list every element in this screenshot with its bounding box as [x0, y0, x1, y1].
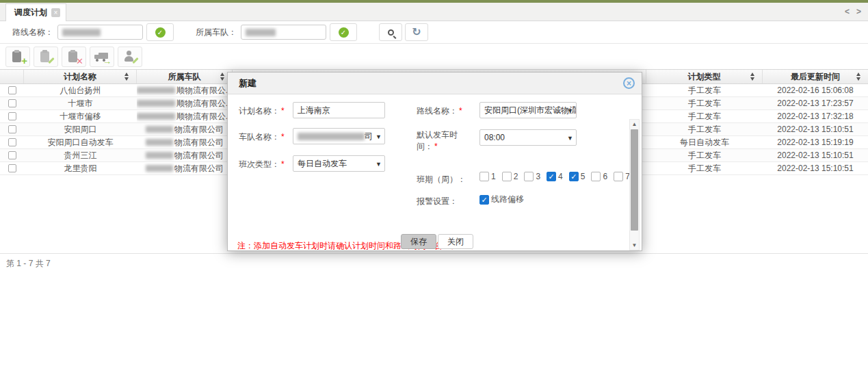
green-check-icon [155, 27, 166, 38]
fleet-cell: 顺物流有限公... [137, 111, 233, 122]
fleet-name-label: 车队名称：* [239, 131, 285, 143]
route-name-select[interactable]: 安阳周口(深圳市宏诚物流有 [479, 102, 577, 118]
weekday-5[interactable]: 5 [569, 172, 586, 181]
weekday-2[interactable]: 2 [502, 172, 518, 181]
header-label: 所属车队 [168, 71, 201, 83]
checkbox-icon[interactable] [524, 172, 534, 181]
redacted-route-value [62, 29, 101, 36]
checkbox-icon[interactable] [614, 172, 623, 181]
plan-type-cell: 手工发车 [646, 98, 763, 109]
route-name-input[interactable] [57, 25, 143, 40]
fleet-label: 所属车队： [196, 27, 237, 38]
tab-next-icon[interactable]: > [856, 7, 861, 16]
tab-label: 调度计划 [14, 7, 47, 18]
add-plan-button[interactable]: + [5, 47, 30, 67]
plan-name-cell: 龙里贵阳 [24, 163, 137, 174]
plan-name-label: 计划名称：* [239, 105, 285, 117]
scroll-up-icon[interactable]: ▲ [630, 120, 639, 129]
sort-icon[interactable] [220, 73, 225, 81]
route-select-button[interactable] [146, 23, 174, 41]
scrollbar-thumb[interactable] [631, 129, 638, 231]
header-fleet[interactable]: 所属车队 [137, 70, 233, 83]
checkbox-icon[interactable] [479, 172, 489, 181]
filter-row: 路线名称： 所属车队： [0, 21, 868, 44]
pagination-summary: 第 1 - 7 共 7 [6, 258, 51, 270]
route-deviation-option[interactable]: 线路偏移 [479, 194, 524, 205]
updated-cell: 2022-02-13 17:32:18 [763, 112, 868, 121]
plan-type-cell: 手工发车 [646, 150, 763, 161]
plan-name-cell: 贵州三江 [24, 150, 137, 161]
header-plan-name[interactable]: 计划名称 [24, 70, 137, 83]
departure-time-select[interactable]: 08:00 [479, 129, 577, 146]
row-checkbox[interactable] [8, 138, 16, 146]
weekday-6[interactable]: 6 [591, 172, 607, 181]
tab-close-icon[interactable]: × [51, 8, 60, 17]
shift-type-select[interactable]: 每日自动发车 [293, 155, 385, 172]
plan-type-cell: 手工发车 [646, 111, 763, 122]
save-button[interactable]: 保存 [401, 234, 436, 249]
dispatch-plan-page: 调度计划 × < > 路线名称： 所属车队： [0, 0, 868, 377]
tab-dispatch-plan[interactable]: 调度计划 × [5, 3, 66, 21]
header-updated[interactable]: 最后更新时间 [763, 70, 868, 83]
row-checkbox[interactable] [8, 112, 16, 120]
search-icon [388, 29, 394, 36]
updated-cell: 2022-02-16 15:06:08 [763, 86, 868, 95]
dialog-title: 新建 [239, 77, 257, 90]
plus-icon: + [21, 57, 27, 65]
fleet-select-button[interactable] [330, 23, 357, 41]
fleet-cell: 顺物流有限公... [137, 85, 233, 96]
checkbox-checked-icon[interactable] [479, 195, 489, 205]
fleet-cell: 物流有限公司 [137, 150, 233, 161]
route-name-label: 路线名称： [12, 27, 53, 38]
row-checkbox[interactable] [8, 99, 16, 107]
dialog-close-icon[interactable]: × [623, 77, 635, 89]
arrow-right-icon: → [103, 58, 111, 65]
header-checkbox-cell [0, 70, 24, 83]
dialog-body: 计划名称：* 上海南京 路线名称：* 安阳周口(深圳市宏诚物流有 车队名称：* … [228, 94, 642, 230]
row-checkbox[interactable] [8, 125, 16, 133]
updated-cell: 2022-02-13 15:19:19 [763, 138, 868, 147]
updated-cell: 2022-02-13 15:10:51 [763, 164, 868, 173]
row-checkbox[interactable] [8, 86, 16, 94]
tab-prev-icon[interactable]: < [845, 7, 850, 16]
plan-type-cell: 手工发车 [646, 163, 763, 174]
alarm-label: 报警设置： [417, 196, 458, 207]
delete-x-icon: ✕ [76, 57, 83, 65]
checkbox-icon[interactable] [591, 172, 601, 181]
sort-icon[interactable] [750, 73, 755, 81]
updated-cell: 2022-02-13 15:10:51 [763, 151, 868, 160]
header-label: 最后更新时间 [791, 71, 840, 83]
search-button[interactable] [379, 23, 402, 41]
weekday-3[interactable]: 3 [524, 172, 540, 181]
checkbox-icon[interactable] [502, 172, 512, 181]
tab-bar: 调度计划 × < > [0, 3, 868, 21]
assign-vehicle-button[interactable]: → [90, 47, 114, 67]
weekday-7[interactable]: 7 [614, 172, 630, 181]
weekday-1[interactable]: 1 [479, 172, 496, 181]
sort-icon[interactable] [856, 73, 861, 81]
refresh-button[interactable] [405, 23, 428, 41]
checkbox-checked-icon[interactable] [547, 172, 556, 181]
chevron-down-icon [376, 133, 382, 140]
delete-plan-button[interactable]: ✕ [62, 47, 86, 67]
sort-icon[interactable] [124, 73, 129, 81]
shift-type-label: 班次类型：* [239, 159, 285, 170]
header-label: 计划类型 [688, 71, 721, 83]
edit-plan-button[interactable] [34, 47, 58, 67]
fleet-input[interactable] [241, 25, 326, 40]
weekdays-label: 班期（周）： [417, 174, 466, 185]
assign-driver-button[interactable] [118, 47, 142, 67]
plan-name-cell: 八仙台扬州 [24, 85, 137, 96]
header-plan-type[interactable]: 计划类型 [646, 70, 763, 83]
weekday-4[interactable]: 4 [547, 172, 563, 181]
pager-divider [0, 253, 868, 254]
close-button[interactable]: 关闭 [438, 234, 473, 249]
row-checkbox[interactable] [8, 151, 16, 159]
checkbox-checked-icon[interactable] [569, 172, 579, 181]
plan-name-cell: 安阳周口自动发车 [24, 137, 137, 148]
clipboard-icon [12, 51, 21, 62]
plan-name-field[interactable]: 上海南京 [293, 102, 385, 118]
fleet-name-select[interactable]: 司 [293, 128, 385, 144]
header-label: 计划名称 [64, 71, 96, 83]
row-checkbox[interactable] [8, 164, 16, 172]
